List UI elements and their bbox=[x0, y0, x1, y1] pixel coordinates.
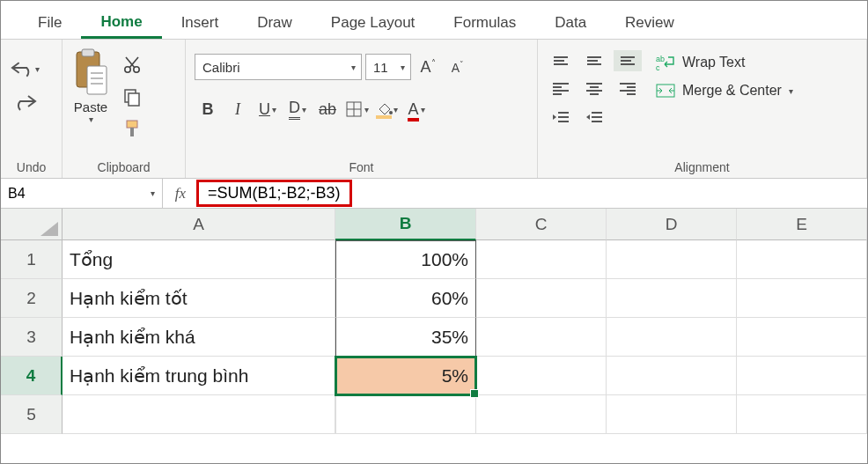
row-header-3[interactable]: 3 bbox=[1, 318, 63, 357]
align-bottom-button[interactable] bbox=[614, 50, 642, 71]
copy-button[interactable] bbox=[117, 84, 147, 110]
font-color-button[interactable]: A ▾ bbox=[404, 96, 430, 122]
tab-file[interactable]: File bbox=[18, 5, 81, 39]
cell-A4[interactable]: Hạnh kiểm trung bình bbox=[63, 357, 335, 395]
cell-E4[interactable] bbox=[737, 357, 867, 395]
font-name-combo[interactable]: Calibri ▾ bbox=[195, 54, 362, 80]
double-underline-button[interactable]: D▾ bbox=[284, 96, 311, 122]
cell-D5[interactable] bbox=[607, 395, 737, 434]
cell-B5[interactable] bbox=[335, 395, 476, 434]
cell-C4[interactable] bbox=[476, 357, 607, 395]
col-header-B[interactable]: B bbox=[335, 209, 476, 240]
col-header-D[interactable]: D bbox=[607, 209, 737, 240]
cell-B3[interactable]: 35% bbox=[335, 318, 476, 357]
font-size-combo[interactable]: 11 ▾ bbox=[365, 54, 411, 80]
cell-A5[interactable] bbox=[63, 395, 335, 434]
align-top-icon bbox=[554, 56, 568, 65]
double-underline-icon: D bbox=[289, 99, 300, 120]
merge-center-button[interactable]: Merge & Center ▾ bbox=[656, 82, 793, 99]
bold-button[interactable]: B bbox=[195, 96, 221, 122]
fill-color-button[interactable]: ▾ bbox=[374, 96, 401, 122]
group-label-undo: Undo bbox=[10, 157, 53, 176]
tab-insert[interactable]: Insert bbox=[162, 5, 239, 39]
paste-button[interactable]: Paste ▾ bbox=[71, 45, 110, 124]
wrap-text-icon: abc bbox=[656, 54, 675, 71]
tab-page-layout[interactable]: Page Layout bbox=[312, 5, 434, 39]
align-right-button[interactable] bbox=[614, 78, 642, 99]
formula-bar-content: =SUM(B1;-B2;-B3) bbox=[196, 180, 352, 207]
italic-icon: I bbox=[235, 100, 240, 119]
increase-indent-button[interactable] bbox=[580, 107, 608, 128]
formula-bar-row: B4 ▾ fx =SUM(B1;-B2;-B3) bbox=[1, 179, 867, 209]
chevron-down-icon: ▾ bbox=[346, 63, 356, 72]
col-header-A[interactable]: A bbox=[63, 209, 335, 240]
cell-D2[interactable] bbox=[607, 279, 737, 318]
select-all-corner[interactable] bbox=[1, 209, 63, 240]
paste-label: Paste bbox=[74, 99, 107, 114]
cell-C3[interactable] bbox=[476, 318, 607, 357]
col-header-E[interactable]: E bbox=[737, 209, 867, 240]
merge-center-icon bbox=[656, 82, 675, 99]
svg-rect-1 bbox=[82, 49, 94, 56]
chevron-down-icon[interactable]: ▾ bbox=[89, 114, 93, 124]
underline-button[interactable]: U▾ bbox=[254, 96, 281, 122]
clipboard-paste-icon bbox=[71, 48, 110, 98]
tab-review[interactable]: Review bbox=[606, 5, 694, 39]
font-size-value: 11 bbox=[373, 60, 388, 75]
cell-E2[interactable] bbox=[737, 279, 867, 318]
align-top-button[interactable] bbox=[547, 50, 575, 71]
align-center-button[interactable] bbox=[580, 78, 608, 99]
chevron-down-icon: ▾ bbox=[151, 188, 155, 198]
cell-A2[interactable]: Hạnh kiểm tốt bbox=[63, 279, 335, 318]
decrease-font-button[interactable]: A˅ bbox=[445, 54, 471, 80]
name-box[interactable]: B4 ▾ bbox=[1, 179, 163, 208]
tab-formulas[interactable]: Formulas bbox=[434, 5, 535, 39]
align-middle-button[interactable] bbox=[580, 50, 608, 71]
font-name-value: Calibri bbox=[202, 60, 240, 75]
name-box-value: B4 bbox=[8, 186, 26, 202]
cell-A3[interactable]: Hạnh kiểm khá bbox=[63, 318, 335, 357]
cell-B4[interactable]: 5% bbox=[335, 357, 476, 395]
insert-function-button[interactable]: fx bbox=[163, 185, 198, 203]
cut-button[interactable] bbox=[117, 52, 147, 78]
ribbon: ▾ Undo Paste ▾ bbox=[1, 40, 867, 179]
group-label-clipboard: Clipboard bbox=[71, 157, 176, 176]
row-header-1[interactable]: 1 bbox=[1, 240, 63, 279]
svg-text:ab: ab bbox=[656, 55, 665, 63]
increase-font-button[interactable]: A˄ bbox=[415, 54, 441, 80]
col-header-C[interactable]: C bbox=[476, 209, 607, 240]
cell-E3[interactable] bbox=[737, 318, 867, 357]
increase-indent-icon bbox=[585, 109, 604, 125]
group-label-alignment: Alignment bbox=[547, 157, 857, 176]
row-header-5[interactable]: 5 bbox=[1, 395, 63, 434]
cell-C2[interactable] bbox=[476, 279, 607, 318]
tab-draw[interactable]: Draw bbox=[238, 5, 312, 39]
align-left-button[interactable] bbox=[547, 78, 575, 99]
cell-C5[interactable] bbox=[476, 395, 607, 434]
cell-E1[interactable] bbox=[737, 240, 867, 279]
redo-button[interactable] bbox=[10, 89, 40, 115]
borders-button[interactable]: ▾ bbox=[344, 96, 371, 122]
format-painter-button[interactable] bbox=[117, 115, 147, 142]
svg-rect-2 bbox=[87, 66, 107, 94]
tab-data[interactable]: Data bbox=[535, 5, 606, 39]
cell-B1[interactable]: 100% bbox=[335, 240, 476, 279]
cell-B2[interactable]: 60% bbox=[335, 279, 476, 318]
row-header-4[interactable]: 4 bbox=[1, 357, 63, 395]
wrap-text-button[interactable]: abc Wrap Text bbox=[656, 54, 793, 71]
strikethrough-button[interactable]: ab bbox=[314, 96, 341, 122]
cell-D1[interactable] bbox=[607, 240, 737, 279]
cell-D4[interactable] bbox=[607, 357, 737, 395]
formula-bar[interactable]: =SUM(B1;-B2;-B3) bbox=[198, 179, 867, 208]
row-header-2[interactable]: 2 bbox=[1, 279, 63, 318]
cell-C1[interactable] bbox=[476, 240, 607, 279]
decrease-indent-button[interactable] bbox=[547, 107, 575, 128]
italic-button[interactable]: I bbox=[224, 96, 251, 122]
underline-icon: U bbox=[259, 100, 270, 119]
cell-D3[interactable] bbox=[607, 318, 737, 357]
paintbrush-icon bbox=[122, 119, 142, 138]
cell-E5[interactable] bbox=[737, 395, 867, 434]
cell-A1[interactable]: Tổng bbox=[63, 240, 335, 279]
undo-button[interactable]: ▾ bbox=[10, 55, 40, 82]
tab-home[interactable]: Home bbox=[81, 4, 161, 39]
